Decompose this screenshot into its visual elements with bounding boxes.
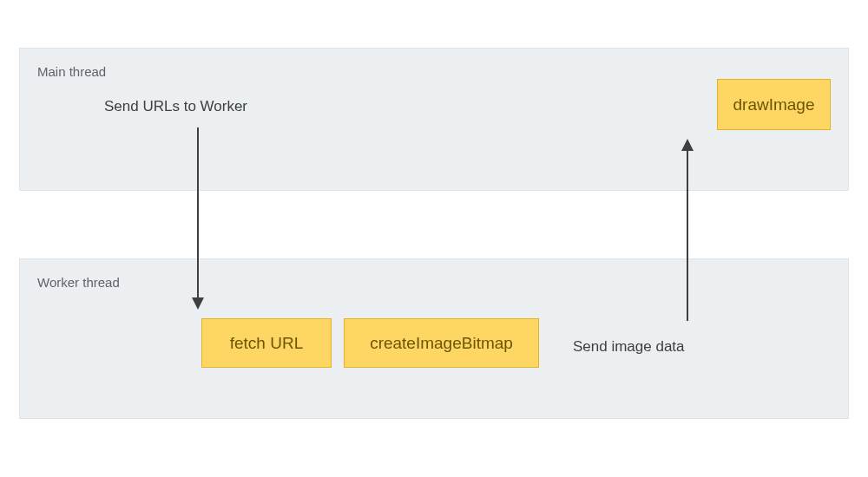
svg-marker-3 — [681, 139, 694, 151]
send-urls-label: Send URLs to Worker — [104, 98, 247, 115]
send-image-data-label: Send image data — [573, 338, 685, 356]
fetchurl-box: fetch URL — [201, 318, 332, 368]
createimagebitmap-box: createImageBitmap — [344, 318, 539, 368]
main-thread-label: Main thread — [37, 64, 106, 79]
worker-thread-label: Worker thread — [37, 275, 120, 290]
svg-marker-1 — [192, 297, 204, 310]
arrow-down-icon — [189, 127, 207, 310]
drawimage-box: drawImage — [717, 79, 831, 130]
arrow-up-icon — [679, 139, 696, 321]
